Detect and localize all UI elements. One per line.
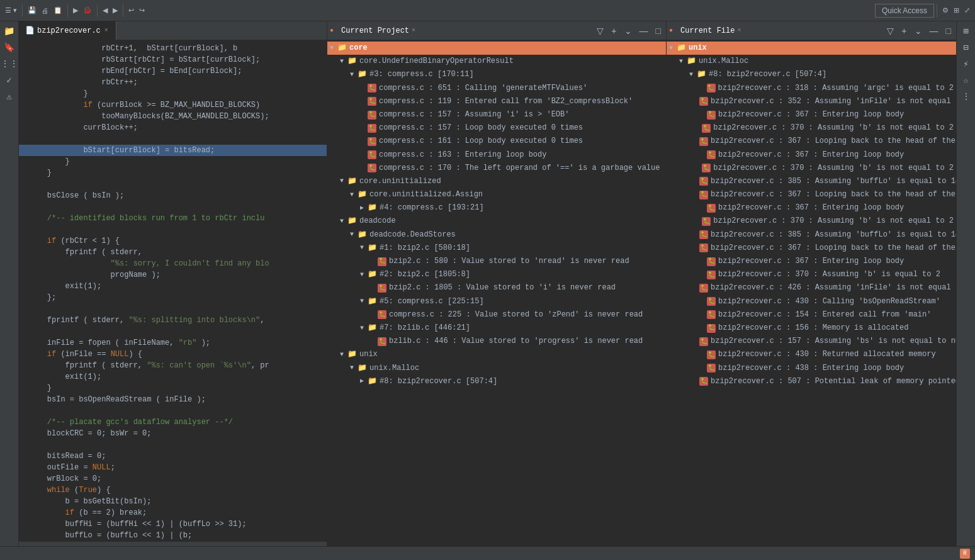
tree-item[interactable]: ▼📁#5: compress.c [225:15] [327,295,666,308]
tree-item[interactable]: ▼📁unix [327,348,666,361]
tree-item[interactable]: ▼📁#8: bzip2recover.c [507:4] [667,68,956,81]
tree-item[interactable]: ▼📁core.UndefinedBinaryOperatorResult [327,55,666,68]
redo-button[interactable]: ↪ [137,5,147,16]
file-filter-button[interactable]: ▽ [884,25,896,37]
tree-item[interactable]: ▼📁core.uninitialized.Assign [327,188,666,201]
tree-item[interactable]: ▼📁unix.Malloc [667,55,956,68]
right-icon-4[interactable]: ☆ [959,73,973,87]
tree-item[interactable]: 🐛bzip2recover.c : 367 : Looping back to … [667,188,956,201]
tree-item[interactable]: ▼📁deadcode [327,215,666,228]
code-tab-bzip2recover[interactable]: 📄 bzip2recover.c × [19,21,116,40]
tree-item[interactable]: 🐛bzip2recover.c : 385 : Assuming 'buffLo… [667,175,956,188]
undo-button[interactable]: ↩ [126,5,137,16]
tree-item[interactable]: 🐛bzip2recover.c : 318 : Assuming 'argc' … [667,82,956,95]
tree-item[interactable]: 🐛compress.c : 651 : Calling 'generateMTF… [327,82,666,95]
file-minimize-button[interactable]: — [927,25,941,37]
project-tab-close[interactable]: × [412,27,415,34]
tree-item[interactable]: 🐛bzip2recover.c : 154 : Entered call fro… [667,308,956,322]
right-icon-5[interactable]: ⋮ [959,89,973,103]
tree-item[interactable]: 🐛compress.c : 170 : The left operand of … [327,162,666,175]
forward-button[interactable]: ▶ [110,5,120,16]
menu-button[interactable]: ☰ ▾ [3,5,20,16]
file-expand-button[interactable]: ⌄ [912,25,925,37]
tree-item[interactable]: ▼📁core.uninitialized [327,175,666,188]
tree-item[interactable]: ▶📁#8: bzip2recover.c [507:4] [327,375,666,388]
project-tree[interactable]: ▼📁core▼📁core.UndefinedBinaryOperatorResu… [327,40,666,546]
tree-item[interactable]: 🐛bzip2recover.c : 426 : Assuming 'inFile… [667,281,956,294]
tree-item[interactable]: 🐛bzip2recover.c : 438 : Entering loop bo… [667,362,956,375]
tree-item[interactable]: ▼📁#2: bzip2.c [1805:8] [327,268,666,281]
layout-button[interactable]: ⊞ [951,5,962,16]
sidebar-todo-icon[interactable]: ✓ [3,73,16,87]
tree-item[interactable]: ▼📁#3: compress.c [170:11] [327,68,666,81]
print-button[interactable]: 🖨 [39,6,51,16]
tree-item[interactable]: 🐛bzip2recover.c : 367 : Entering loop bo… [667,201,956,215]
quick-access-button[interactable]: Quick Access [875,4,934,18]
right-icon-1[interactable]: ⊞ [959,24,973,38]
right-icon-2[interactable]: ⊟ [959,40,973,54]
tree-item[interactable]: 🐛compress.c : 157 : Loop body executed 0… [327,121,666,135]
tree-item[interactable]: 🐛bzip2recover.c : 157 : Assuming 'bs' is… [667,335,956,348]
tree-item[interactable]: 🐛bzip2.c : 1805 : Value stored to 'i' is… [327,281,666,294]
tree-item[interactable]: 🐛bzip2recover.c : 430 : Calling 'bsOpenR… [667,295,956,308]
filter-button[interactable]: ▽ [594,25,606,37]
tree-item[interactable]: 🐛bzlib.c : 446 : Value stored to 'progre… [327,335,666,348]
file-add-button[interactable]: + [899,25,909,37]
tree-item[interactable]: ▼📁unix.Malloc [327,362,666,375]
file-maximize-button[interactable]: □ [944,25,954,37]
tree-item[interactable]: 🐛bzip2recover.c : 156 : Memory is alloca… [667,322,956,335]
tree-item[interactable]: 🐛bzip2recover.c : 367 : Looping back to … [667,242,956,255]
file-tree[interactable]: ▼📁unix▼📁unix.Malloc▼📁#8: bzip2recover.c … [667,40,956,546]
tree-item[interactable]: ▼📁#1: bzip2.c [580:18] [327,242,666,255]
tree-item[interactable]: 🐛bzip2recover.c : 367 : Entering loop bo… [667,108,956,121]
tree-item[interactable]: 🐛compress.c : 119 : Entered call from 'B… [327,95,666,108]
sidebar-project-icon[interactable]: 📁 [3,24,16,38]
add-button[interactable]: + [609,25,619,37]
tree-item[interactable]: 🐛bzip2recover.c : 370 : Assuming 'b' is … [667,215,956,228]
debug-button[interactable]: 🐞 [81,5,94,16]
project-tab[interactable]: Current Project × [336,25,420,36]
code-line: b = bsGetBit(bsIn); [19,496,327,507]
tree-item[interactable]: 🐛compress.c : 161 : Loop body executed 0… [327,135,666,148]
right-icon-3[interactable]: ⚡ [959,57,973,70]
maximize-panel-button[interactable]: □ [653,25,663,37]
sep-1 [22,4,23,17]
tree-item[interactable]: 🐛bzip2recover.c : 370 : Assuming 'b' is … [667,268,956,281]
tree-item[interactable]: 🐛compress.c : 163 : Entering loop body [327,148,666,162]
tree-item[interactable]: ▼📁core [327,42,666,55]
tree-item[interactable]: 🐛compress.c : 225 : Value stored to 'zPe… [327,308,666,322]
tree-item[interactable]: 🐛bzip2recover.c : 370 : Assuming 'b' is … [667,162,956,175]
rss-icon[interactable]: R [960,549,970,559]
sidebar-bookmarks-icon[interactable]: 🔖 [3,40,16,54]
horizontal-scrollbar[interactable] [19,541,327,546]
tab-close-button[interactable]: × [103,26,110,35]
tree-item[interactable]: 🐛bzip2recover.c : 367 : Looping back to … [667,135,956,148]
code-content[interactable]: rbCtr+1, bStart[currBlock], b rbStart[rb… [19,40,327,541]
expand-button[interactable]: ⌄ [622,25,634,37]
minimize-button[interactable]: — [637,25,651,37]
tree-item[interactable]: 🐛bzip2recover.c : 352 : Assuming 'inFile… [667,95,956,108]
tree-item[interactable]: 🐛bzip2recover.c : 370 : Assuming 'b' is … [667,121,956,135]
tree-item[interactable]: 🐛bzip2recover.c : 367 : Entering loop bo… [667,148,956,162]
file-tab-close[interactable]: × [737,27,741,34]
tree-item[interactable]: ▼📁unix [667,42,956,55]
tree-item[interactable]: ▼📁#7: bzlib.c [446:21] [327,322,666,335]
tree-item[interactable]: ▼📁deadcode.DeadStores [327,228,666,242]
run-button[interactable]: ▶ [70,5,81,16]
tree-toggle: ▼ [350,230,358,240]
tree-item[interactable]: 🐛bzip2.c : 580 : Value stored to 'nread'… [327,255,666,268]
tree-item[interactable]: 🐛bzip2recover.c : 385 : Assuming 'buffLo… [667,228,956,242]
maximize-button[interactable]: ⤢ [962,5,972,16]
sidebar-structure-icon[interactable]: ⋮⋮ [3,57,16,70]
tree-item[interactable]: ▶📁#4: compress.c [193:21] [327,201,666,215]
tree-item[interactable]: 🐛bzip2recover.c : 507 : Potential leak o… [667,375,956,388]
sidebar-problems-icon[interactable]: ⚠ [3,89,16,103]
file-tab[interactable]: Current File × [675,25,746,36]
tree-item[interactable]: 🐛bzip2recover.c : 367 : Entering loop bo… [667,255,956,268]
settings-button[interactable]: ⚙ [940,5,951,16]
tree-item[interactable]: 🐛bzip2recover.c : 430 : Returned allocat… [667,348,956,361]
tree-item[interactable]: 🐛compress.c : 157 : Assuming 'i' is > 'E… [327,108,666,121]
save-button[interactable]: 💾 [25,5,39,16]
back-button[interactable]: ◀ [100,5,110,16]
copy-button[interactable]: 📋 [51,5,65,16]
